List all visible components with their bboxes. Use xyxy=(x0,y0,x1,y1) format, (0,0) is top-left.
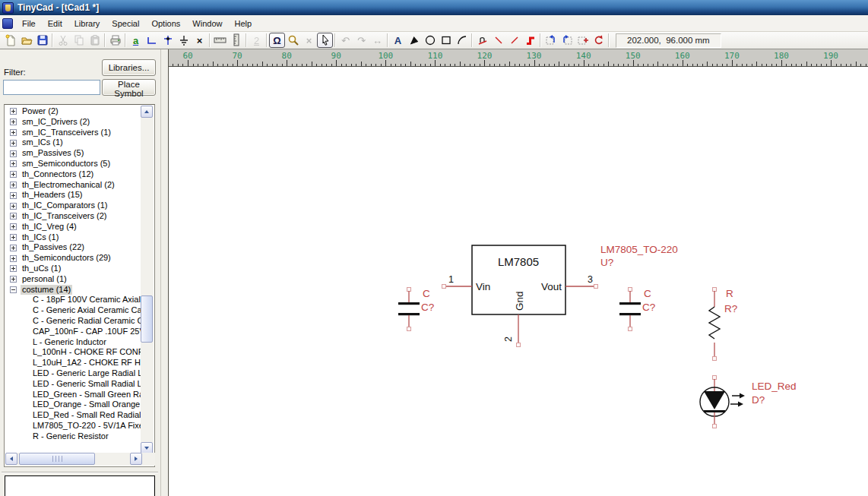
expand-icon[interactable] xyxy=(10,171,17,178)
line-backslash-icon[interactable] xyxy=(490,33,506,48)
tree-child-item[interactable]: C - Generic Axial Ceramic Cap xyxy=(5,305,141,316)
copy-icon[interactable] xyxy=(71,33,87,48)
line-slash-icon[interactable] xyxy=(506,33,522,48)
annotation-tool-icon[interactable]: a xyxy=(128,33,144,48)
scroll-right-button[interactable] xyxy=(130,453,142,465)
tree-item[interactable]: th_Connectors (12) xyxy=(5,169,141,180)
tree-child-item[interactable]: L_10uH_1A2 - CHOKE RF HI C xyxy=(5,358,141,368)
rectangle-tool-icon[interactable] xyxy=(438,33,454,48)
tree-child-item[interactable]: R - Generic Resistor xyxy=(5,431,141,442)
resistance-tool-icon[interactable]: Ω xyxy=(269,33,285,48)
panel-splitter[interactable] xyxy=(160,49,168,496)
expand-icon[interactable] xyxy=(10,192,17,199)
junction-tool-icon[interactable] xyxy=(160,33,176,48)
menu-edit[interactable]: Edit xyxy=(42,17,68,30)
tree-hscroll-thumb[interactable] xyxy=(19,453,95,465)
expand-icon[interactable] xyxy=(10,234,17,241)
tree-item[interactable]: sm_IC_Transceivers (1) xyxy=(5,128,141,138)
open-file-icon[interactable] xyxy=(18,33,34,48)
add-selection-icon[interactable] xyxy=(575,33,591,48)
tree-item[interactable]: costume (14) xyxy=(5,285,141,295)
collapse-icon[interactable] xyxy=(10,286,17,293)
expand-icon[interactable] xyxy=(10,150,17,157)
expand-icon[interactable] xyxy=(10,108,17,115)
zoom-delete-icon[interactable]: × xyxy=(301,33,317,48)
tree-child-item[interactable]: LED_Red - Small Red Radial LE xyxy=(5,410,141,421)
schematic-canvas[interactable]: 60708090100110120130140150160170180190 C… xyxy=(168,49,868,496)
expand-icon[interactable] xyxy=(10,255,17,262)
print-icon[interactable] xyxy=(107,33,123,48)
undo-icon[interactable]: ↶ xyxy=(337,33,353,48)
expand-icon[interactable] xyxy=(10,140,17,147)
tree-item[interactable]: th_IC_Comparators (1) xyxy=(5,201,141,211)
expand-icon[interactable] xyxy=(10,245,17,251)
tree-item[interactable]: th_Semiconductors (29) xyxy=(5,253,141,264)
pan-icon[interactable]: ↔ xyxy=(369,33,385,48)
expand-icon[interactable] xyxy=(10,129,17,136)
expand-icon[interactable] xyxy=(10,118,17,125)
tree-child-item[interactable]: LED - Generic Large Radial LEI xyxy=(5,368,141,379)
arc-tool-icon[interactable] xyxy=(454,33,470,48)
tree-item[interactable]: th_uCs (1) xyxy=(5,264,141,274)
ruler-horizontal-icon[interactable] xyxy=(212,33,228,48)
save-icon[interactable] xyxy=(34,33,50,48)
tree-item[interactable]: sm_ICs (1) xyxy=(5,137,141,148)
rotate-right-icon[interactable] xyxy=(559,33,575,48)
text-tool-icon[interactable]: A xyxy=(390,33,406,48)
component-regulator[interactable]: LM7805VinVoutGnd132LM7805_TO-220U? xyxy=(442,244,678,347)
annotation-2-icon[interactable]: 2 xyxy=(249,33,265,48)
tree-item[interactable]: th_IC_Transceivers (2) xyxy=(5,211,141,222)
zoom-tool-icon[interactable] xyxy=(285,33,301,48)
pin-tool-icon[interactable] xyxy=(474,33,490,48)
expand-icon[interactable] xyxy=(10,182,17,188)
polygon-tool-icon[interactable] xyxy=(406,33,422,48)
expand-icon[interactable] xyxy=(10,213,17,220)
scroll-up-button[interactable] xyxy=(141,106,153,118)
cut-icon[interactable] xyxy=(55,33,71,48)
tree-vertical-scrollbar[interactable] xyxy=(141,106,154,454)
tree-item[interactable]: sm_IC_Drivers (2) xyxy=(5,117,141,128)
tree-item[interactable]: sm_Passives (5) xyxy=(5,148,141,159)
ground-tool-icon[interactable] xyxy=(176,33,192,48)
component-resistor[interactable]: RR? xyxy=(709,288,737,361)
tree-item[interactable]: th_IC_Vreg (4) xyxy=(5,222,141,232)
tree-item[interactable]: th_Electromechanical (2) xyxy=(5,180,141,191)
tree-item[interactable]: sm_Semiconductors (5) xyxy=(5,159,141,169)
component-capacitor[interactable]: CC? xyxy=(619,288,655,331)
tree-child-item[interactable]: C - Generic Radial Ceramic Ca xyxy=(5,316,141,327)
component-capacitor[interactable]: CC? xyxy=(398,288,434,331)
menu-options[interactable]: Options xyxy=(145,17,186,30)
tree-item[interactable]: th_Passives (22) xyxy=(5,242,141,253)
tree-child-item[interactable]: LED_Green - Small Green Rad xyxy=(5,390,141,400)
menu-file[interactable]: File xyxy=(16,17,42,30)
place-symbol-button[interactable]: Place Symbol xyxy=(102,79,156,96)
tree-child-item[interactable]: C - 18pF 100V Ceramic Axial C xyxy=(5,295,141,305)
tree-child-item[interactable]: LED - Generic Small Radial LED xyxy=(5,379,141,390)
paste-icon[interactable] xyxy=(87,33,103,48)
rotate-left-icon[interactable] xyxy=(543,33,559,48)
libraries-button[interactable]: Libraries... xyxy=(102,59,156,76)
tree-item[interactable]: Power (2) xyxy=(5,106,141,117)
expand-icon[interactable] xyxy=(10,160,17,167)
tree-child-item[interactable]: L_100nH - CHOKE RF CONFO xyxy=(5,347,141,358)
tree-child-item[interactable]: LED_Orange - Small Orange R xyxy=(5,400,141,410)
expand-icon[interactable] xyxy=(10,265,17,272)
filter-input[interactable] xyxy=(3,80,100,95)
tree-child-item[interactable]: LM7805_TO-220 - 5V/1A Fixe xyxy=(5,421,141,431)
new-file-icon[interactable] xyxy=(2,33,18,48)
menu-special[interactable]: Special xyxy=(106,17,145,30)
menu-help[interactable]: Help xyxy=(228,17,258,30)
reset-rotation-icon[interactable] xyxy=(591,33,607,48)
menu-window[interactable]: Window xyxy=(186,17,228,30)
tree-horizontal-scrollbar[interactable] xyxy=(5,453,155,466)
wire-tool-icon[interactable] xyxy=(144,33,160,48)
menu-library[interactable]: Library xyxy=(68,17,106,30)
bus-tool-icon[interactable] xyxy=(522,33,538,48)
redo-icon[interactable]: ↷ xyxy=(353,33,369,48)
tree-child-item[interactable]: L - Generic Inductor xyxy=(5,337,141,348)
scroll-left-button[interactable] xyxy=(5,453,17,465)
component-led[interactable]: LED_RedD? xyxy=(700,376,797,428)
tree-item[interactable]: th_ICs (1) xyxy=(5,232,141,243)
app-icon[interactable] xyxy=(2,2,14,14)
select-tool-icon[interactable] xyxy=(317,33,333,48)
